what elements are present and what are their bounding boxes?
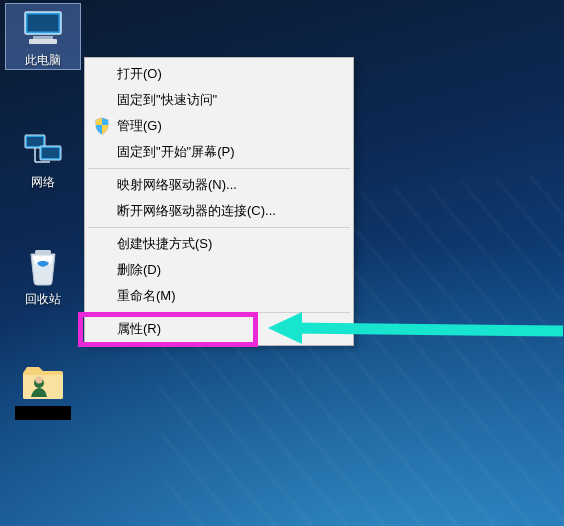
menu-item-pin-start[interactable]: 固定到"开始"屏幕(P) (87, 139, 351, 165)
menu-item-manage[interactable]: 管理(G) (87, 113, 351, 139)
svg-rect-1 (28, 15, 59, 32)
desktop-icon-label: 网络 (6, 174, 80, 191)
svg-rect-7 (42, 148, 59, 158)
menu-item-pin-quick-access[interactable]: 固定到"快速访问" (87, 87, 351, 113)
svg-rect-10 (35, 250, 51, 254)
desktop-icon-label: 此电脑 (6, 52, 80, 69)
desktop-background[interactable]: 此电脑 网络 回收站 (0, 0, 564, 526)
menu-item-properties[interactable]: 属性(R) (87, 316, 351, 342)
menu-item-label: 删除(D) (117, 262, 161, 277)
shield-icon (93, 117, 111, 135)
context-menu: 打开(O) 固定到"快速访问" 管理(G) 固定到"开始"屏幕(P) 映射网络驱… (84, 57, 354, 346)
menu-separator (88, 227, 350, 228)
desktop-icon-label (15, 406, 71, 420)
folder-user-icon (19, 362, 67, 402)
menu-item-open[interactable]: 打开(O) (87, 61, 351, 87)
desktop-icon-recycle-bin[interactable]: 回收站 (6, 243, 80, 308)
desktop-icon-label: 回收站 (6, 291, 80, 308)
desktop-icon-user-folder[interactable] (6, 358, 80, 423)
menu-item-delete[interactable]: 删除(D) (87, 257, 351, 283)
desktop-icon-network[interactable]: 网络 (6, 126, 80, 191)
menu-item-create-shortcut[interactable]: 创建快捷方式(S) (87, 231, 351, 257)
svg-rect-5 (27, 137, 43, 146)
desktop-icon-this-pc[interactable]: 此电脑 (6, 4, 80, 69)
svg-rect-3 (29, 39, 57, 44)
svg-point-12 (35, 376, 42, 383)
menu-item-label: 断开网络驱动器的连接(C)... (117, 203, 276, 218)
menu-separator (88, 168, 350, 169)
menu-item-label: 固定到"快速访问" (117, 92, 217, 107)
menu-item-map-drive[interactable]: 映射网络驱动器(N)... (87, 172, 351, 198)
computer-icon (19, 8, 67, 48)
menu-item-label: 创建快捷方式(S) (117, 236, 212, 251)
menu-item-label: 映射网络驱动器(N)... (117, 177, 237, 192)
menu-item-label: 管理(G) (117, 118, 162, 133)
menu-item-label: 重命名(M) (117, 288, 176, 303)
network-icon (19, 130, 67, 170)
recycle-bin-icon (19, 247, 67, 287)
menu-item-rename[interactable]: 重命名(M) (87, 283, 351, 309)
menu-item-label: 打开(O) (117, 66, 162, 81)
svg-rect-2 (33, 36, 53, 39)
menu-item-label: 属性(R) (117, 321, 161, 336)
menu-item-disconnect-drive[interactable]: 断开网络驱动器的连接(C)... (87, 198, 351, 224)
menu-item-label: 固定到"开始"屏幕(P) (117, 144, 235, 159)
menu-separator (88, 312, 350, 313)
